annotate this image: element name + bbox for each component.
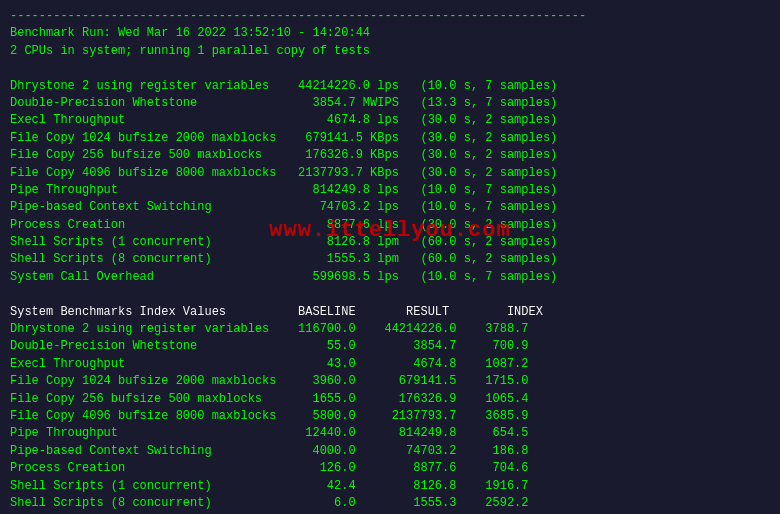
separator-top: ----------------------------------------… <box>10 8 770 25</box>
index-row: Process Creation 126.0 8877.6 704.6 <box>10 460 770 477</box>
bench-result-row: System Call Overhead 599698.5 lps (10.0 … <box>10 269 770 286</box>
blank2 <box>10 286 770 303</box>
bench-result-row: Execl Throughput 4674.8 lps (30.0 s, 2 s… <box>10 112 770 129</box>
bench-result-row: Pipe-based Context Switching 74703.2 lps… <box>10 199 770 216</box>
index-rows: Dhrystone 2 using register variables 116… <box>10 321 770 514</box>
index-row: Dhrystone 2 using register variables 116… <box>10 321 770 338</box>
bench-result-row: Pipe Throughput 814249.8 lps (10.0 s, 7 … <box>10 182 770 199</box>
bench-result-row: File Copy 256 bufsize 500 maxblocks 1763… <box>10 147 770 164</box>
blank1 <box>10 60 770 77</box>
index-row: Pipe-based Context Switching 4000.0 7470… <box>10 443 770 460</box>
index-row: File Copy 256 bufsize 500 maxblocks 1655… <box>10 391 770 408</box>
index-row: Shell Scripts (8 concurrent) 6.0 1555.3 … <box>10 495 770 512</box>
watermark: www.ittellyou.com <box>269 218 510 243</box>
bench-result-row: Dhrystone 2 using register variables 442… <box>10 78 770 95</box>
index-row: Pipe Throughput 12440.0 814249.8 654.5 <box>10 425 770 442</box>
bench-result-row: File Copy 1024 bufsize 2000 maxblocks 67… <box>10 130 770 147</box>
index-row: File Copy 1024 bufsize 2000 maxblocks 39… <box>10 373 770 390</box>
terminal: ----------------------------------------… <box>10 8 770 514</box>
bench-results: Dhrystone 2 using register variables 442… <box>10 78 770 287</box>
header-line1: Benchmark Run: Wed Mar 16 2022 13:52:10 … <box>10 25 770 42</box>
header-line2: 2 CPUs in system; running 1 parallel cop… <box>10 43 770 60</box>
index-row: File Copy 4096 bufsize 8000 maxblocks 58… <box>10 408 770 425</box>
index-row: Execl Throughput 43.0 4674.8 1087.2 <box>10 356 770 373</box>
bench-result-row: File Copy 4096 bufsize 8000 maxblocks 21… <box>10 165 770 182</box>
bench-result-row: Double-Precision Whetstone 3854.7 MWIPS … <box>10 95 770 112</box>
bench-result-row: Shell Scripts (8 concurrent) 1555.3 lpm … <box>10 251 770 268</box>
index-row: Shell Scripts (1 concurrent) 42.4 8126.8… <box>10 478 770 495</box>
index-header: System Benchmarks Index Values BASELINE … <box>10 304 770 321</box>
index-row: Double-Precision Whetstone 55.0 3854.7 7… <box>10 338 770 355</box>
